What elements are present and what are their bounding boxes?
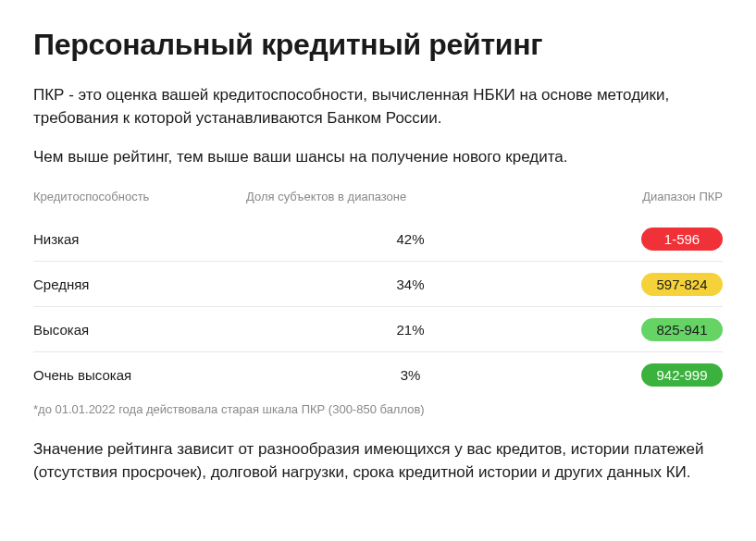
range-badge: 597-824 [641,273,723,296]
cell-range: 825-941 [575,318,723,341]
cell-creditworthiness: Низкая [33,231,246,247]
cell-share: 42% [246,231,575,247]
outro-paragraph: Значение рейтинга зависит от разнообрази… [33,438,723,484]
table-row: Очень высокая3%942-999 [33,352,723,397]
range-badge: 942-999 [641,363,723,387]
rating-table: Кредитоспособность Доля субъектов в диап… [33,190,723,397]
header-creditworthiness: Кредитоспособность [33,190,246,203]
table-header-row: Кредитоспособность Доля субъектов в диап… [33,190,723,216]
table-row: Высокая21%825-941 [33,307,723,352]
table-row: Средняя34%597-824 [33,262,723,307]
cell-share: 34% [246,277,575,292]
range-badge: 1-596 [641,227,723,251]
cell-range: 942-999 [575,363,723,387]
header-share: Доля субъектов в диапазоне [246,190,575,203]
intro-paragraph-2: Чем выше рейтинг, тем выше ваши шансы на… [33,146,723,169]
range-badge: 825-941 [641,318,723,341]
footnote: *до 01.01.2022 года действовала старая ш… [33,402,723,416]
cell-creditworthiness: Очень высокая [33,367,246,383]
cell-creditworthiness: Высокая [33,322,246,338]
intro-paragraph-1: ПКР - это оценка вашей кредитоспособност… [33,84,723,129]
cell-range: 597-824 [575,273,723,296]
cell-share: 3% [246,367,575,383]
page-title: Персональный кредитный рейтинг [33,28,723,62]
table-row: Низкая42%1-596 [33,216,723,262]
header-range: Диапазон ПКР [575,190,723,203]
cell-creditworthiness: Средняя [33,277,246,292]
cell-range: 1-596 [575,227,723,251]
cell-share: 21% [246,322,575,338]
